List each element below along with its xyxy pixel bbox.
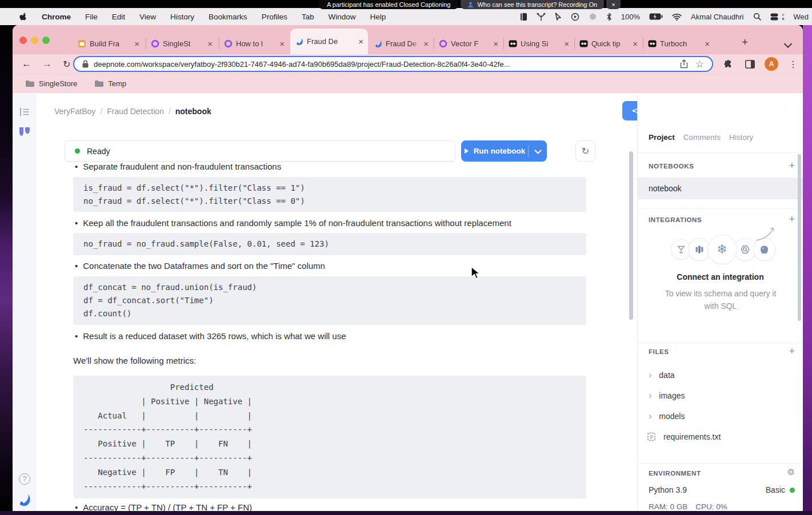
spotlight-search-icon[interactable]	[753, 13, 761, 21]
tab-project[interactable]: Project	[649, 133, 675, 142]
workspace-logo-icon[interactable]	[18, 125, 31, 139]
pointer-icon[interactable]	[555, 13, 562, 21]
new-tab-button[interactable]: +	[742, 37, 748, 47]
menu-file[interactable]: File	[85, 13, 98, 21]
menu-help[interactable]: Help	[370, 13, 386, 21]
share-page-icon[interactable]	[680, 59, 688, 69]
menu-username[interactable]: Akmal Chaudhri	[691, 13, 744, 21]
tab-using-si[interactable]: Using Si ×	[504, 33, 574, 54]
profile-avatar[interactable]: A	[765, 57, 778, 71]
bluetooth-icon[interactable]	[606, 13, 612, 21]
tab-vector[interactable]: Vector F ×	[434, 33, 503, 54]
tab-close-icon[interactable]: ×	[564, 39, 569, 48]
close-icon[interactable]: ×	[606, 0, 620, 9]
file-row-requirements[interactable]: requirements.txt	[647, 432, 721, 441]
tab-close-icon[interactable]: ×	[705, 39, 710, 48]
run-notebook-button[interactable]: Run notebook	[461, 140, 547, 162]
tab-close-icon[interactable]: ×	[358, 37, 363, 46]
code-cell[interactable]: no_fraud = no_fraud.sample(False, 0.01, …	[73, 233, 586, 255]
folder-icon	[25, 80, 34, 87]
sidebar-toggle-icon[interactable]	[19, 107, 30, 117]
run-options-chevron-icon[interactable]	[529, 150, 547, 153]
breadcrumb-project[interactable]: Fraud Detection	[107, 107, 164, 116]
browser-toolbar: ← → ↻ deepnote.com/workspace/veryfatboy-…	[13, 54, 803, 74]
python-version: Python 3.9	[649, 485, 687, 494]
tab-close-icon[interactable]: ×	[279, 39, 285, 48]
wifi-icon[interactable]	[672, 13, 682, 21]
add-integration-icon[interactable]: +	[789, 214, 795, 224]
menu-bookmarks[interactable]: Bookmarks	[209, 13, 247, 21]
folder-row-images[interactable]: › images	[649, 391, 685, 400]
menu-chrome[interactable]: Chrome	[42, 13, 71, 21]
tab-history[interactable]: History	[729, 133, 753, 142]
address-bar[interactable]: deepnote.com/workspace/veryfatboy-2f930b…	[73, 56, 713, 72]
tab-comments[interactable]: Comments	[683, 133, 721, 142]
tab-singlestore[interactable]: SingleSt ×	[146, 33, 217, 54]
menu-window[interactable]: Window	[328, 13, 355, 21]
environment-python-row[interactable]: Python 3.9 Basic	[649, 485, 795, 494]
restart-machine-button[interactable]: ↻	[575, 140, 595, 162]
reading-list-icon[interactable]	[520, 13, 527, 21]
record-icon[interactable]	[571, 13, 579, 21]
tab-build-fraud[interactable]: Build Fra ×	[73, 33, 144, 54]
chevron-right-icon[interactable]: ›	[649, 371, 651, 380]
menu-view[interactable]: View	[139, 13, 156, 21]
add-file-icon[interactable]: +	[789, 346, 795, 356]
back-button[interactable]: ←	[22, 54, 31, 74]
sidebar-tabs: Project Comments History	[649, 133, 753, 142]
menu-profiles[interactable]: Profiles	[262, 13, 287, 21]
bookmark-folder-singlestore[interactable]: SingleStore	[25, 79, 77, 88]
confusion-matrix-block[interactable]: Predicted | Positive | Negative | Actual…	[73, 376, 586, 498]
menu-edit[interactable]: Edit	[112, 13, 125, 21]
tab-search-chevron-icon[interactable]	[785, 38, 791, 49]
notebook-list-item[interactable]: notebook	[638, 178, 803, 199]
code-cell[interactable]: is_fraud = df.select("*").filter("Class …	[73, 177, 586, 212]
reload-button[interactable]: ↻	[63, 54, 70, 74]
apple-logo-icon[interactable]	[19, 12, 27, 21]
side-panel-icon[interactable]	[745, 54, 755, 74]
code-cell[interactable]: df_concat = no_fraud.union(is_fraud) df …	[73, 276, 586, 325]
tab-close-icon[interactable]: ×	[633, 39, 638, 48]
folder-row-models[interactable]: › models	[649, 412, 685, 421]
transcript-message[interactable]: Who can see this transcript? Recording O…	[461, 0, 604, 9]
tab-turboch[interactable]: Turboch ×	[643, 33, 714, 54]
url-text[interactable]: deepnote.com/workspace/veryfatboy-2f930b…	[94, 60, 673, 69]
breadcrumb-notebook[interactable]: notebook	[175, 107, 211, 116]
environment-settings-gear-icon[interactable]: ⚙	[787, 468, 795, 476]
close-window-button[interactable]	[19, 37, 27, 44]
menu-history[interactable]: History	[170, 13, 194, 21]
extensions-puzzle-icon[interactable]	[723, 54, 733, 74]
play-icon	[464, 148, 469, 154]
tab-strip: Build Fra × SingleSt × How to l × Fraud …	[13, 25, 803, 54]
tab-close-icon[interactable]: ×	[207, 39, 213, 48]
notebook-scrollbar[interactable]	[629, 151, 633, 320]
help-icon[interactable]: ?	[19, 473, 30, 485]
sidebar-scrollbar[interactable]	[798, 154, 801, 321]
add-notebook-icon[interactable]: +	[789, 160, 795, 171]
forward-button[interactable]: →	[42, 54, 52, 74]
tab-close-icon[interactable]: ×	[423, 39, 429, 48]
minimize-window-button[interactable]	[31, 37, 38, 44]
video-icon	[509, 39, 517, 48]
bookmark-folder-temp[interactable]: Temp	[94, 79, 126, 88]
txt-file-icon	[647, 432, 656, 441]
folder-row-data[interactable]: › data	[649, 371, 675, 380]
menu-tab[interactable]: Tab	[302, 13, 314, 21]
deepnote-logo-icon[interactable]	[17, 493, 31, 507]
tab-fraud-detection-active[interactable]: Fraud De ×	[290, 29, 368, 54]
airplay-icon[interactable]	[589, 13, 597, 21]
tab-how-to[interactable]: How to l ×	[219, 33, 289, 54]
menu-clock-day[interactable]: Wed	[794, 13, 809, 21]
bookmark-star-icon[interactable]: ☆	[695, 59, 704, 69]
browser-menu-dots-icon[interactable]: ⋮	[789, 54, 798, 74]
tab-close-icon[interactable]: ×	[493, 39, 498, 48]
tab-fraud-detection-2[interactable]: Fraud De ×	[369, 33, 433, 54]
tab-close-icon[interactable]: ×	[134, 39, 139, 48]
breadcrumb-workspace[interactable]: VeryFatBoy	[54, 107, 95, 116]
menu-app-icon[interactable]	[537, 13, 546, 21]
chevron-right-icon[interactable]: ›	[649, 391, 651, 400]
tab-quick-tip[interactable]: Quick tip ×	[575, 33, 642, 54]
maximize-window-button[interactable]	[42, 37, 50, 44]
chevron-right-icon[interactable]: ›	[649, 412, 651, 421]
control-center-icon[interactable]	[770, 13, 785, 21]
